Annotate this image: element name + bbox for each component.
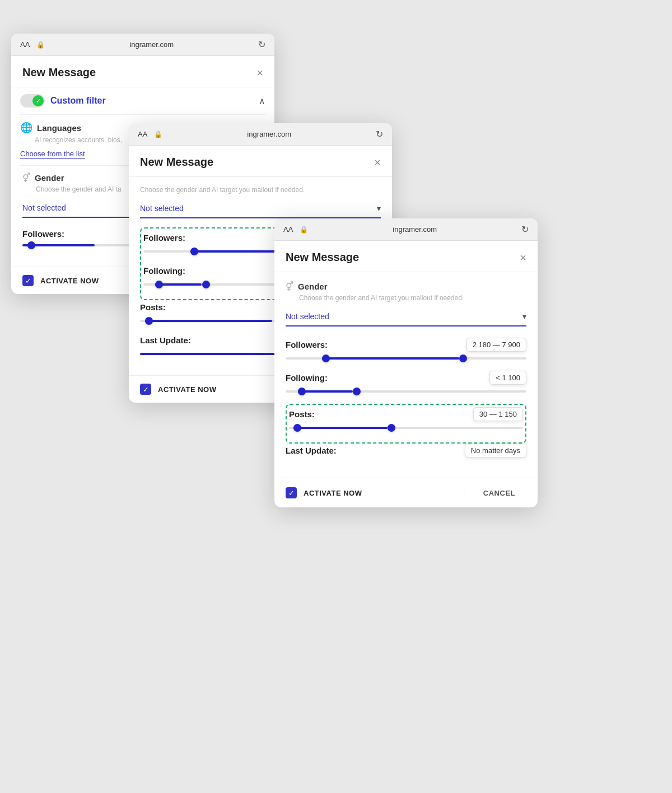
gender-icon-3: ⚥ [286,281,293,292]
custom-filter-toggle[interactable]: ✓ [20,94,45,108]
posts-section-3: Posts: 30 — 1 150 [289,407,523,429]
choose-from-list-link[interactable]: Choose from the list [20,150,85,159]
posts-thumb-2[interactable] [145,317,153,325]
custom-filter-arrow: ∧ [259,96,265,106]
posts-fill-2 [145,320,273,322]
gender-header-3: ⚥ Gender [286,281,526,292]
activate-label-3[interactable]: ACTIVATE NOW [304,489,458,497]
followers-track-3[interactable] [286,357,526,360]
following-value-3: < 1 100 [489,371,526,385]
modal-header-3: New Message × [274,241,538,272]
activate-checkbox-2[interactable]: ✓ [140,384,151,395]
font-size-label-1: AA [20,40,30,49]
modal-close-button-2[interactable]: × [374,157,381,168]
gender-dropdown-text-3: Not selected [286,312,329,321]
posts-label-3: Posts: [289,409,315,419]
posts-track-3[interactable] [289,427,523,429]
activate-check-icon-2: ✓ [143,385,149,394]
url-bar-3[interactable]: ingramer.com [315,225,515,234]
last-update-header-3: Last Update: No matter days [286,444,526,458]
activate-checkbox-3[interactable]: ✓ [286,487,297,498]
globe-icon: 🌐 [20,122,32,134]
followers-thumb-1[interactable] [27,241,35,249]
followers-label-3: Followers: [286,340,328,349]
following-thumb-left-3[interactable] [298,388,306,395]
followers-fill-3 [322,357,459,360]
browser-toolbar-2: AA 🔒 ingramer.com ↻ [129,123,392,146]
last-update-label-3: Last Update: [286,446,337,455]
last-update-label-2: Last Update: [140,335,191,345]
followers-thumb-left-2[interactable] [190,248,198,255]
browser-toolbar-3: AA 🔒 ingramer.com ↻ [274,218,538,241]
font-size-label-2: AA [138,130,147,138]
modal-body-3: ⚥ Gender Choose the gender and AI target… [274,272,538,478]
refresh-icon-1[interactable]: ↻ [258,39,265,50]
followers-label-1: Followers: [22,229,64,239]
following-thumb-right-2[interactable] [202,281,210,288]
modal-title-3: New Message [286,251,359,264]
gender-title-3: Gender [298,282,328,291]
following-track-3[interactable] [286,390,526,393]
refresh-icon-3[interactable]: ↻ [521,224,529,235]
url-bar-2[interactable]: ingramer.com [169,130,369,138]
activate-check-icon-1: ✓ [25,277,31,285]
cancel-button-3[interactable]: CANCEL [472,489,526,497]
browser-toolbar-1: AA 🔒 ingramer.com ↻ [11,34,274,56]
followers-section-3: Followers: 2 180 — 7 900 [286,338,526,360]
refresh-icon-2[interactable]: ↻ [376,129,383,139]
gender-section-3: ⚥ Gender Choose the gender and AI target… [286,281,526,326]
custom-filter-row[interactable]: ✓ Custom filter ∧ [11,87,274,114]
activate-divider-3 [465,486,465,500]
gender-dropdown-arrow-3: ▾ [522,312,526,321]
posts-label-2: Posts: [140,302,166,312]
posts-thumb-right-3[interactable] [388,424,395,432]
modal-header-1: New Message × [11,56,274,87]
posts-value-3: 30 — 1 150 [473,407,523,421]
gender-icon-1: ⚥ [22,172,30,183]
modal-title-2: New Message [140,156,213,169]
posts-thumb-left-3[interactable] [293,424,301,432]
gender-dropdown-2[interactable]: Not selected ▾ [140,199,381,218]
following-label-3: Following: [286,373,328,382]
gender-title-1: Gender [35,173,64,183]
font-size-label-3: AA [283,225,293,234]
modal-close-button-3[interactable]: × [520,252,526,263]
lock-icon-2: 🔒 [154,130,162,138]
following-label-2: Following: [143,266,185,276]
followers-header-3: Followers: 2 180 — 7 900 [286,338,526,352]
following-fill-3 [298,390,353,393]
following-thumb-left-2[interactable] [155,281,163,288]
lock-icon-1: 🔒 [36,41,45,49]
followers-thumb-left-3[interactable] [322,354,330,362]
gender-dropdown-3[interactable]: Not selected ▾ [286,307,526,326]
posts-header-3: Posts: 30 — 1 150 [289,407,523,421]
gender-desc-2: Choose the gender and AI target you mail… [140,186,381,194]
followers-value-3: 2 180 — 7 900 [466,338,526,352]
followers-label-2: Followers: [143,233,185,242]
gender-dropdown-text-1: Not selected [22,203,66,212]
modal-title-1: New Message [22,66,96,79]
modal-close-button-1[interactable]: × [256,67,263,78]
posts-fill-3 [293,427,387,429]
last-update-value-3: No matter days [465,444,526,458]
custom-filter-label: Custom filter [50,96,106,106]
gender-dropdown-text-2: Not selected [140,204,184,213]
languages-label: Languages [37,123,81,133]
following-section-3: Following: < 1 100 [286,371,526,393]
modal-header-2: New Message × [129,146,392,177]
last-update-section-3: Last Update: No matter days [286,444,526,458]
activate-check-icon-3: ✓ [288,489,295,497]
last-update-fill-2 [140,353,297,355]
toggle-thumb: ✓ [32,95,44,106]
gender-desc-3: Choose the gender and AI target you mail… [286,294,526,302]
activate-row-3: ✓ ACTIVATE NOW CANCEL [274,478,538,507]
followers-thumb-right-3[interactable] [459,354,467,362]
gender-dropdown-arrow-2: ▾ [377,204,381,213]
following-header-3: Following: < 1 100 [286,371,526,385]
posts-highlight-box: Posts: 30 — 1 150 [286,404,526,444]
followers-fill-2 [190,250,284,253]
lock-icon-3: 🔒 [300,226,308,234]
url-bar-1[interactable]: ingramer.com [52,40,251,49]
following-thumb-right-3[interactable] [353,388,361,395]
activate-checkbox-1[interactable]: ✓ [22,275,34,286]
